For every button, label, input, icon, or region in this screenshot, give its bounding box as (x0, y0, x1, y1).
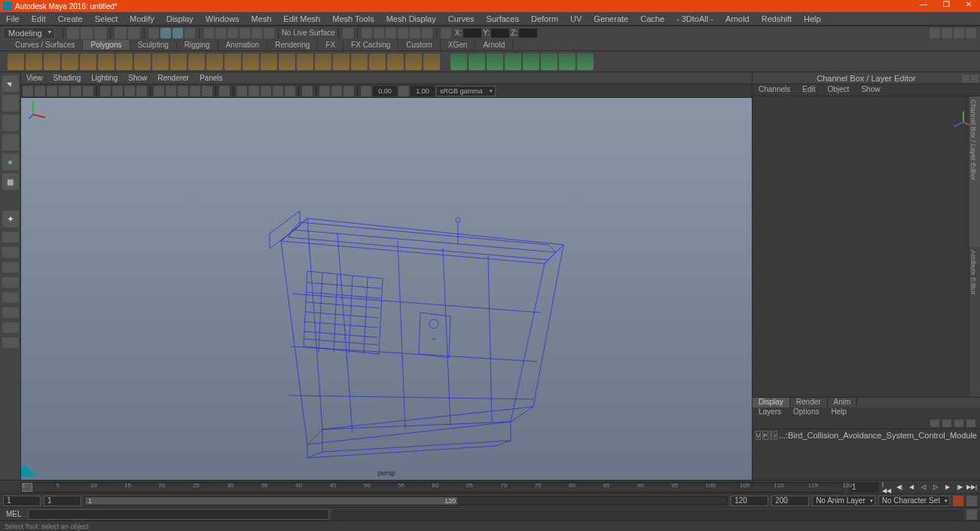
shelf-tool-icon-7[interactable] (577, 53, 594, 70)
menu-help[interactable]: Help (798, 14, 827, 23)
layout-graph-icon[interactable] (2, 307, 19, 318)
shelf-poly-icon-19[interactable] (351, 53, 368, 70)
layer-move-down-icon[interactable] (942, 420, 951, 427)
snap-live-icon[interactable] (252, 28, 262, 38)
vp-textured-icon[interactable] (178, 86, 188, 96)
render-view-icon[interactable] (398, 28, 408, 38)
shelf-tab-polygons[interactable]: Polygons (83, 40, 130, 50)
shelf-poly-icon-21[interactable] (387, 53, 404, 70)
vp-gate-mask-icon[interactable] (136, 86, 147, 96)
ipr-render-icon[interactable] (374, 28, 384, 38)
shelf-tool-icon-5[interactable] (541, 53, 557, 70)
rotate-tool-icon[interactable] (2, 154, 19, 170)
range-bar[interactable]: 1 120 (84, 496, 728, 505)
snap-view-icon[interactable] (264, 28, 274, 38)
layer-playback-toggle[interactable]: P (762, 431, 768, 440)
menu-uv[interactable]: UV (564, 14, 588, 23)
go-start-button[interactable]: |◀◀ (882, 482, 893, 493)
menu-edit-mesh[interactable]: Edit Mesh (277, 14, 326, 23)
layer-menu-options[interactable]: Options (787, 407, 825, 418)
vp-menu-panels[interactable]: Panels (194, 74, 228, 82)
menu-redshift[interactable]: Redshift (756, 14, 798, 23)
cb-tab-channels[interactable]: Channels (753, 84, 796, 96)
layout-custom-icon[interactable] (2, 337, 19, 348)
shelf-poly-icon-16[interactable] (297, 53, 313, 70)
shelf-tab-sculpting[interactable]: Sculpting (130, 40, 177, 50)
shelf-poly-icon-7[interactable] (134, 53, 151, 70)
vp-gamma-icon[interactable] (398, 86, 409, 96)
vp-xray-icon[interactable] (237, 86, 247, 96)
shelf-tab-curves-surfaces[interactable]: Curves / Surfaces (8, 40, 83, 50)
shelf-poly-icon-22[interactable] (405, 53, 422, 70)
vp-view-transform-icon[interactable] (343, 86, 354, 96)
shelf-tab-fx-caching[interactable]: FX Caching (343, 40, 398, 50)
shelf-poly-icon-5[interactable] (98, 53, 114, 70)
vp-aa-icon[interactable] (285, 86, 295, 96)
shelf-tool-icon-0[interactable] (450, 53, 467, 70)
shelf-tool-icon-2[interactable] (487, 53, 503, 70)
select-mask-icon[interactable] (172, 28, 183, 38)
hypershade-icon[interactable] (410, 28, 420, 38)
coord-x-input[interactable] (463, 29, 481, 38)
layout-outliner-icon[interactable] (2, 277, 19, 288)
menu-mesh[interactable]: Mesh (245, 14, 277, 23)
shelf-poly-icon-1[interactable] (26, 53, 42, 70)
select-type-icon[interactable] (160, 28, 171, 38)
range-start-input[interactable]: 1 (44, 496, 81, 506)
layer-row[interactable]: V P / ...:Bird_Collision_Avoidance_Syste… (753, 429, 980, 441)
shelf-poly-icon-14[interactable] (261, 53, 277, 70)
shelf-tool-icon-4[interactable] (523, 53, 539, 70)
shelf-tab-animation[interactable]: Animation (218, 40, 267, 50)
snap-plane-icon[interactable] (240, 28, 250, 38)
paint-select-tool-icon[interactable] (2, 114, 19, 131)
vp-exposure-input[interactable]: 0.00 (373, 86, 397, 96)
shelf-poly-icon-8[interactable] (152, 53, 169, 70)
panel-pin-icon[interactable] (962, 75, 969, 82)
menu-select[interactable]: Select (89, 14, 124, 23)
auto-key-icon[interactable] (953, 496, 963, 506)
toggle-panel-icon[interactable] (441, 28, 451, 38)
menu-edit[interactable]: Edit (26, 14, 52, 23)
shelf-poly-icon-0[interactable] (8, 53, 24, 70)
menu-create[interactable]: Create (52, 14, 89, 23)
menu-modify[interactable]: Modify (124, 14, 160, 23)
lasso-tool-icon[interactable] (2, 95, 19, 111)
snap-grid-icon[interactable] (203, 28, 214, 38)
construction-history-icon[interactable] (343, 28, 353, 38)
shelf-poly-icon-11[interactable] (206, 53, 223, 70)
range-outer-end-input[interactable]: 200 (771, 496, 809, 506)
current-frame-input[interactable]: 1 (849, 482, 879, 493)
layer-move-up-icon[interactable] (930, 420, 939, 427)
vp-lock-cam-icon[interactable] (35, 86, 45, 96)
shelf-poly-icon-23[interactable] (423, 53, 440, 70)
layer-color-toggle[interactable]: / (774, 431, 777, 440)
vp-menu-renderer[interactable]: Renderer (152, 74, 194, 82)
render-frame-icon[interactable] (362, 28, 372, 38)
shelf-tab-arnold[interactable]: Arnold (475, 40, 513, 50)
layer-menu-layers[interactable]: Layers (753, 407, 787, 418)
vp-shaded-icon[interactable] (166, 86, 176, 96)
prefs-icon[interactable] (966, 496, 977, 506)
menu-mesh-display[interactable]: Mesh Display (380, 14, 442, 23)
shelf-poly-icon-17[interactable] (315, 53, 331, 70)
minimize-button[interactable]: — (912, 0, 935, 12)
vp-menu-shading[interactable]: Shading (48, 74, 87, 82)
vp-select-cam-icon[interactable] (23, 86, 33, 96)
vp-res-gate-icon[interactable] (124, 86, 135, 96)
vp-gamma-reset-icon[interactable] (331, 86, 342, 96)
snap-point-icon[interactable] (227, 28, 238, 38)
open-scene-icon[interactable] (81, 27, 93, 39)
select-misc-icon[interactable] (185, 28, 195, 38)
vp-menu-show[interactable]: Show (123, 74, 152, 82)
last-tool-icon[interactable] (2, 211, 19, 227)
play-forward-button[interactable]: ▷ (930, 482, 941, 493)
layer-menu-help[interactable]: Help (825, 407, 853, 418)
vp-dof-icon[interactable] (302, 86, 313, 96)
vp-wireframe-icon[interactable] (154, 86, 164, 96)
shelf-poly-icon-15[interactable] (279, 53, 295, 70)
menu-cache[interactable]: Cache (634, 14, 670, 23)
shelf-poly-icon-6[interactable] (116, 53, 133, 70)
menu-windows[interactable]: Windows (200, 14, 246, 23)
layer-new-selected-icon[interactable] (966, 420, 975, 427)
new-scene-icon[interactable] (67, 27, 79, 39)
